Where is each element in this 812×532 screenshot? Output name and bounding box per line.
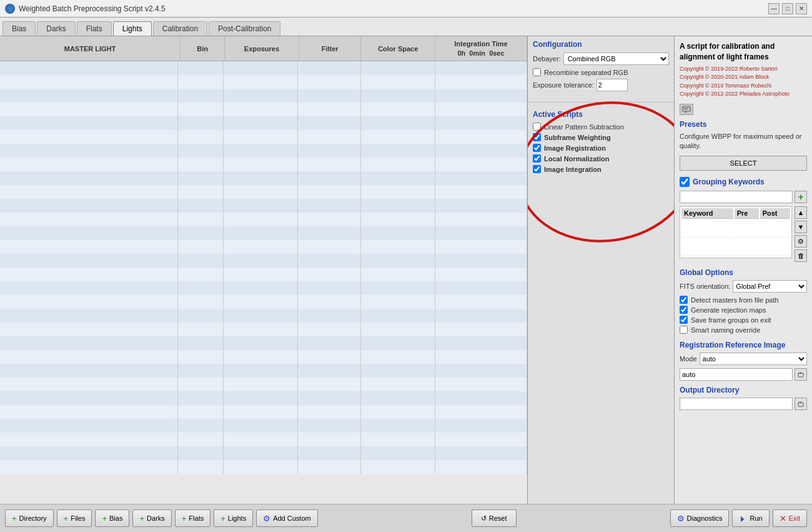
run-button[interactable]: ⏵ Run: [732, 509, 769, 527]
generate-rejection-row: Generate rejection maps: [680, 306, 807, 314]
settings-button[interactable]: ⚙: [795, 235, 807, 248]
generate-rejection-label: Generate rejection maps: [691, 306, 766, 314]
maximize-button[interactable]: □: [782, 3, 793, 14]
close-button[interactable]: ✕: [796, 3, 807, 14]
table-cell: [735, 239, 759, 256]
col-header-master: MASTER LIGHT: [0, 36, 181, 61]
local-normalization-checkbox[interactable]: [533, 154, 541, 163]
tab-lights[interactable]: Lights: [113, 21, 152, 36]
fits-select[interactable]: Global Pref Top-Down Bottom-Up: [733, 280, 807, 293]
darks-button[interactable]: + Darks: [132, 509, 171, 527]
diagnostics-button[interactable]: ⚙ Diagnostics: [670, 509, 730, 527]
files-button[interactable]: + Files: [57, 509, 92, 527]
fits-orientation-row: FITS orientation: Global Pref Top-Down B…: [680, 280, 807, 293]
grouping-keywords-checkbox[interactable]: [680, 177, 690, 187]
linear-pattern-row: Linear Pattern Subtraction: [533, 123, 669, 131]
bias-label: Bias: [109, 514, 122, 522]
table-row: [0, 323, 527, 336]
table-row: [0, 226, 527, 240]
table-row: [0, 103, 527, 116]
move-up-button[interactable]: ▲: [795, 206, 807, 219]
save-frame-groups-label: Save frame groups on exit: [691, 316, 771, 324]
tab-post-calibration[interactable]: Post-Calibration: [209, 21, 280, 36]
table-row: [0, 61, 527, 75]
table-row: [0, 419, 527, 433]
flats-button[interactable]: + Flats: [175, 509, 210, 527]
exposure-spinbox[interactable]: [597, 79, 628, 91]
smart-naming-checkbox[interactable]: [680, 326, 688, 334]
reset-button[interactable]: ↺ Reset: [472, 509, 517, 527]
output-directory-row: [680, 398, 807, 410]
presets-title: Presets: [680, 120, 807, 129]
image-registration-checkbox[interactable]: [533, 144, 541, 152]
minimize-button[interactable]: —: [768, 3, 780, 14]
tab-flats[interactable]: Flats: [77, 21, 112, 36]
table-cell: [760, 239, 790, 256]
auto-value-row: [680, 368, 807, 381]
right-panel-title: A script for calibration and alignment o…: [680, 41, 807, 63]
debayer-select[interactable]: Combined RGB None Auto: [563, 53, 669, 65]
config-panel: Configuration Debayer: Combined RGB None…: [528, 36, 675, 504]
plus-icon: +: [182, 514, 187, 523]
table-cell: [298, 61, 361, 75]
table-row: [0, 378, 527, 391]
linear-pattern-checkbox[interactable]: [533, 123, 541, 131]
auto-value-input[interactable]: [680, 368, 793, 381]
recombine-checkbox[interactable]: [533, 68, 541, 76]
add-custom-button[interactable]: ⚙ Add Custom: [256, 509, 318, 527]
output-directory-title: Output Directory: [680, 386, 807, 394]
browse-button[interactable]: [795, 368, 807, 381]
delete-button[interactable]: 🗑: [795, 249, 807, 262]
tab-bias[interactable]: Bias: [2, 21, 36, 36]
grouping-keyword-input[interactable]: [680, 191, 793, 203]
table-row: [0, 309, 527, 323]
table-cell: [681, 239, 733, 256]
table-row: [0, 405, 527, 419]
image-integration-checkbox[interactable]: [533, 165, 541, 173]
table-cell: [435, 61, 527, 75]
plus-icon: +: [139, 514, 144, 523]
post-col-header: Post: [760, 208, 790, 219]
add-keyword-button[interactable]: +: [795, 191, 807, 203]
move-down-button[interactable]: ▼: [795, 221, 807, 233]
table-row: [0, 89, 527, 103]
table-row: [0, 295, 527, 309]
detect-masters-row: Detect masters from file path: [680, 296, 807, 304]
output-directory-section: Output Directory: [680, 386, 807, 410]
smart-naming-row: Smart naming override: [680, 326, 807, 334]
mode-select[interactable]: auto manual: [700, 353, 807, 365]
table-row: [0, 213, 527, 226]
plus-icon: +: [102, 514, 107, 523]
comment-icon[interactable]: [680, 104, 693, 115]
table-row: [0, 185, 527, 199]
diagnostics-label: Diagnostics: [687, 514, 723, 522]
col-header-integtime: Integration Time0h 0min 0sec: [435, 36, 527, 61]
table-row: [0, 433, 527, 446]
generate-rejection-checkbox[interactable]: [680, 306, 688, 314]
exit-button[interactable]: ✕ Exit: [773, 509, 807, 527]
local-normalization-label: Local Normalization: [544, 155, 610, 163]
bias-button[interactable]: + Bias: [95, 509, 129, 527]
right-panel: A script for calibration and alignment o…: [675, 36, 812, 504]
select-button[interactable]: SELECT: [680, 156, 807, 171]
tab-darks[interactable]: Darks: [37, 21, 75, 36]
save-frame-groups-checkbox[interactable]: [680, 316, 688, 324]
table-row: [0, 116, 527, 130]
col-header-colorspace: Color Space: [361, 36, 435, 61]
subframe-weighting-checkbox[interactable]: [533, 133, 541, 141]
lights-label: Lights: [228, 514, 246, 522]
tab-calibration[interactable]: Calibration: [153, 21, 207, 36]
active-scripts-title: Active Scripts: [533, 110, 669, 119]
table-row: [681, 239, 790, 256]
detect-masters-checkbox[interactable]: [680, 296, 688, 304]
table-row: [0, 130, 527, 144]
output-browse-button[interactable]: [795, 398, 807, 410]
lights-button[interactable]: + Lights: [214, 509, 253, 527]
output-directory-input[interactable]: [680, 398, 793, 410]
col-header-exposures: Exposures: [225, 36, 299, 61]
directory-button[interactable]: + Directory: [5, 509, 54, 527]
exit-label: Exit: [789, 514, 800, 522]
table-cell: [760, 220, 790, 238]
mode-row: Mode auto manual: [680, 353, 807, 365]
gear-icon: ⚙: [263, 514, 270, 523]
